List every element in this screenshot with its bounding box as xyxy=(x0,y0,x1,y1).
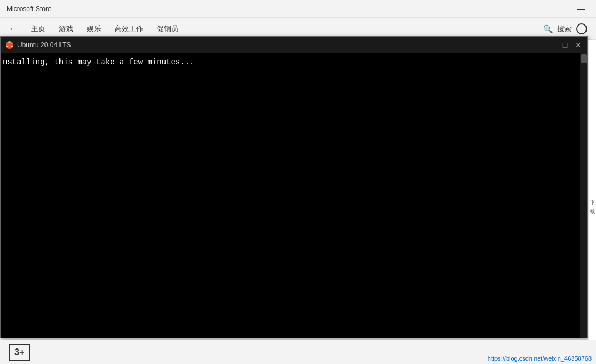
terminal-text: nstalling, this may take a few minutes..… xyxy=(3,58,194,67)
right-panel: 下 载 xyxy=(588,40,596,364)
ubuntu-title: Ubuntu 20.04 LTS xyxy=(17,41,547,49)
svg-point-4 xyxy=(9,42,10,43)
ms-store-title: Microsoft Store xyxy=(7,5,52,13)
search-area: 🔍 搜索 xyxy=(543,23,587,34)
nav-item-home[interactable]: 主页 xyxy=(31,24,46,34)
nav-item-productivity[interactable]: 高效工作 xyxy=(114,24,143,34)
svg-point-5 xyxy=(12,46,13,47)
search-label: 搜索 xyxy=(557,24,572,34)
ms-store-window-minimize[interactable]: — xyxy=(577,4,585,13)
terminal-output: nstalling, this may take a few minutes..… xyxy=(1,53,587,338)
nav-item-entertainment[interactable]: 娱乐 xyxy=(87,24,101,34)
search-icon[interactable]: 🔍 xyxy=(543,24,553,33)
terminal-scrollbar[interactable] xyxy=(580,53,587,338)
minimize-button[interactable]: — xyxy=(547,41,556,49)
ubuntu-icon xyxy=(5,41,14,49)
bottom-bar: 3+ https://blog.csdn.net/weixin_46858768 xyxy=(0,340,596,364)
ubuntu-titlebar: Ubuntu 20.04 LTS — □ ✕ xyxy=(1,37,587,53)
nav-item-deals[interactable]: 促销员 xyxy=(157,24,178,34)
ubuntu-terminal-window: Ubuntu 20.04 LTS — □ ✕ nstalling, this m… xyxy=(0,36,588,338)
bottom-url: https://blog.csdn.net/weixin_46858768 xyxy=(488,355,592,362)
restore-button[interactable]: □ xyxy=(560,41,569,49)
window-controls: — □ ✕ xyxy=(547,41,583,49)
svg-point-6 xyxy=(7,46,8,47)
close-button[interactable]: ✕ xyxy=(574,41,583,49)
scroll-thumb[interactable] xyxy=(581,54,587,63)
back-icon[interactable]: ← xyxy=(9,24,18,34)
age-rating-badge: 3+ xyxy=(9,344,30,361)
ms-store-titlebar: Microsoft Store — xyxy=(0,0,596,18)
nav-item-games[interactable]: 游戏 xyxy=(59,24,73,34)
search-circle-icon[interactable] xyxy=(576,23,587,34)
